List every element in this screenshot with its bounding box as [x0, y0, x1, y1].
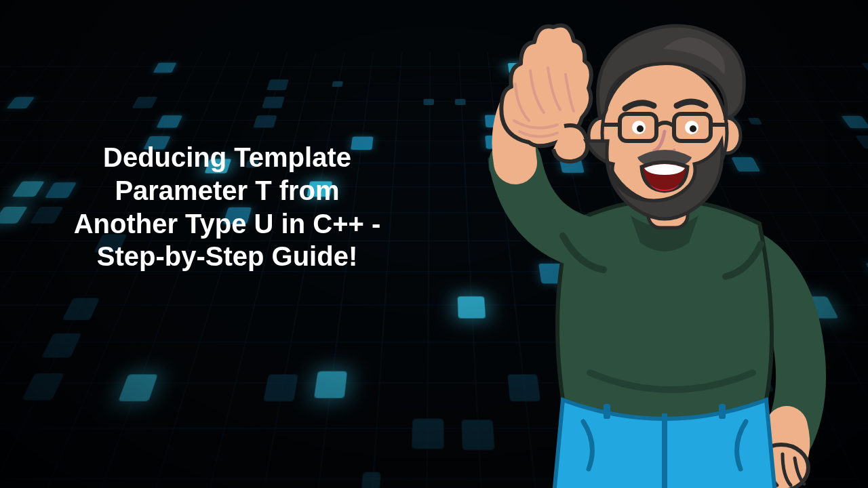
svg-rect-2 [719, 404, 726, 419]
svg-point-12 [690, 125, 696, 132]
presenter-avatar [461, 20, 841, 488]
slide-title: Deducing Template Parameter T from Anoth… [68, 141, 387, 273]
svg-rect-1 [604, 404, 610, 419]
svg-point-11 [637, 125, 644, 132]
stage: Deducing Template Parameter T from Anoth… [0, 0, 868, 488]
